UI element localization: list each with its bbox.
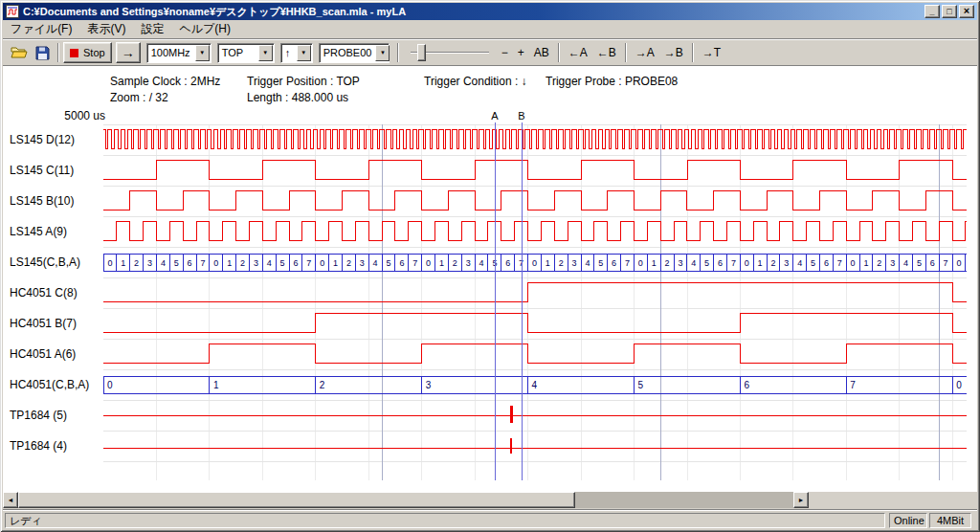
svg-text:5: 5 (704, 258, 709, 268)
svg-text:4: 4 (532, 380, 538, 390)
sample-clock-info: Sample Clock : 2MHz (110, 75, 220, 88)
svg-text:1: 1 (227, 258, 232, 268)
trigger-edge-value: ↑ (281, 47, 297, 58)
zoom-slider[interactable] (409, 42, 491, 63)
svg-text:5: 5 (386, 258, 390, 268)
svg-text:3: 3 (426, 380, 432, 390)
svg-text:3: 3 (254, 258, 258, 268)
svg-text:7: 7 (944, 258, 948, 268)
zoom-out-button[interactable]: − (497, 43, 513, 62)
goto-marker-a-left-button[interactable]: ←A (564, 43, 592, 62)
probe-select[interactable]: PROBE00 ▼ (319, 43, 390, 63)
zoom-in-button[interactable]: + (513, 43, 529, 62)
svg-text:3: 3 (360, 258, 365, 268)
svg-text:0: 0 (956, 380, 962, 390)
svg-text:2: 2 (320, 380, 325, 390)
svg-text:7: 7 (731, 258, 736, 268)
length-info: Length : 488.000 us (247, 91, 348, 104)
goto-marker-b-right-button[interactable]: →B (659, 43, 688, 62)
channel-label: LS145 D(12) (10, 124, 75, 155)
svg-text:0: 0 (956, 258, 961, 268)
menu-file[interactable]: ファイル(F) (3, 20, 79, 38)
toolbar-separator (625, 43, 627, 62)
svg-text:6: 6 (505, 258, 510, 268)
svg-text:4: 4 (161, 258, 166, 268)
svg-text:0: 0 (745, 258, 749, 268)
chevron-down-icon[interactable]: ▼ (258, 45, 273, 61)
run-button[interactable]: → (116, 42, 141, 63)
close-button[interactable]: × (959, 5, 974, 18)
svg-text:0: 0 (320, 258, 324, 268)
svg-text:7: 7 (837, 258, 842, 268)
chevron-down-icon[interactable]: ▼ (195, 45, 210, 61)
titlebar[interactable]: C:¥Documents and Settings¥noname¥デスクトップ¥… (3, 3, 977, 20)
svg-text:6: 6 (718, 258, 723, 268)
goto-marker-a-right-button[interactable]: →A (631, 43, 659, 62)
svg-text:2: 2 (346, 258, 351, 268)
window-controls: _ □ × (924, 5, 974, 18)
goto-marker-b-left-button[interactable]: ←B (592, 43, 621, 62)
svg-text:6: 6 (399, 258, 404, 268)
svg-text:3: 3 (147, 258, 152, 268)
channel-label: HC4051 A(6) (10, 339, 76, 369)
chevron-down-icon[interactable]: ▼ (375, 45, 390, 61)
floppy-disk-icon (35, 46, 50, 60)
svg-text:6: 6 (612, 258, 616, 268)
scroll-left-button[interactable]: ◄ (3, 492, 18, 508)
svg-text:2: 2 (559, 258, 564, 268)
channel-label: LS145 B(10) (10, 186, 74, 216)
minimize-button[interactable]: _ (924, 5, 940, 18)
menu-settings[interactable]: 設定 (133, 20, 171, 38)
time-division-label: 5000 us (3, 109, 105, 122)
svg-text:6: 6 (188, 258, 192, 268)
scroll-right-button[interactable]: ► (793, 492, 809, 508)
trigger-edge-select[interactable]: ↑ ▼ (280, 43, 313, 63)
zoom-slider-thumb[interactable] (417, 44, 426, 61)
svg-text:1: 1 (546, 258, 550, 268)
svg-text:7: 7 (200, 258, 205, 268)
channel-label: HC4051 B(7) (10, 308, 77, 339)
svg-text:4: 4 (797, 258, 802, 268)
show-ab-markers-button[interactable]: AB (529, 43, 554, 62)
channel-label: HC4051 C(8) (10, 277, 78, 308)
trigger-probe-info: Trigger Probe : PROBE08 (546, 75, 678, 88)
stop-button[interactable]: Stop (63, 42, 112, 63)
svg-text:3: 3 (571, 258, 576, 268)
svg-text:5: 5 (638, 380, 644, 390)
svg-text:7: 7 (412, 258, 417, 268)
toolbar-separator (397, 43, 399, 62)
svg-text:5: 5 (280, 258, 285, 268)
svg-text:5: 5 (811, 258, 815, 268)
svg-text:1: 1 (863, 258, 868, 268)
svg-text:2: 2 (665, 258, 670, 268)
toolbar-separator (558, 43, 560, 62)
svg-text:6: 6 (930, 258, 935, 268)
menu-view[interactable]: 表示(V) (79, 20, 133, 38)
scrollbar-thumb[interactable] (18, 492, 575, 508)
chevron-down-icon[interactable]: ▼ (297, 45, 311, 61)
statusbar: レディ Online 4MBit (3, 510, 977, 529)
svg-text:3: 3 (466, 258, 471, 268)
save-file-button[interactable] (31, 42, 54, 63)
trigger-position-select[interactable]: TOP ▼ (217, 43, 275, 63)
trigger-condition-info: Trigger Condition : ↓ (424, 75, 527, 88)
horizontal-scrollbar[interactable]: ◄ ► (3, 492, 809, 508)
channel-label: TP1684 (5) (10, 400, 67, 431)
toolbar-separator (57, 43, 59, 62)
svg-text:B: B (518, 110, 524, 122)
channel-label: HC4051(C,B,A) (10, 369, 89, 400)
maximize-button[interactable]: □ (942, 5, 957, 18)
svg-text:6: 6 (824, 258, 829, 268)
svg-text:1: 1 (758, 258, 763, 268)
stop-icon (70, 49, 78, 57)
svg-text:5: 5 (917, 258, 922, 268)
svg-text:1: 1 (213, 380, 219, 390)
clock-select[interactable]: 100MHz ▼ (146, 43, 212, 63)
channel-label: LS145 C(11) (10, 155, 74, 186)
svg-text:4: 4 (691, 258, 696, 268)
waveform-canvas[interactable]: 0123456701234567012345670123456701234567… (103, 109, 967, 480)
menu-help[interactable]: ヘルプ(H) (171, 20, 238, 38)
status-memory-badge: 4MBit (929, 513, 971, 528)
goto-trigger-button[interactable]: →T (698, 43, 725, 62)
open-file-button[interactable] (8, 42, 31, 63)
